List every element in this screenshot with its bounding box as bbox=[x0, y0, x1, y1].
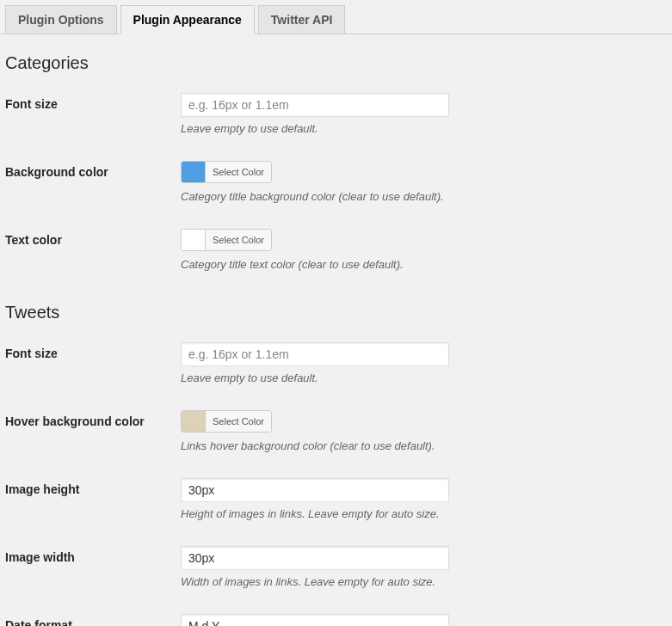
swatch-cat-bg bbox=[182, 162, 206, 182]
tweets-table: Font size Leave empty to use default. Ho… bbox=[0, 329, 672, 626]
label-image-height: Image height bbox=[0, 465, 172, 533]
section-heading-tweets: Tweets bbox=[5, 303, 672, 322]
color-picker-cat-text[interactable]: Select Color bbox=[181, 229, 272, 251]
select-color-button[interactable]: Select Color bbox=[206, 411, 271, 432]
swatch-hover-bg bbox=[182, 411, 206, 432]
input-tweet-font-size[interactable] bbox=[181, 342, 449, 366]
label-tweet-hover-bg: Hover background color bbox=[0, 397, 172, 465]
desc-cat-bg-color: Category title background color (clear t… bbox=[181, 190, 663, 203]
label-image-width: Image width bbox=[0, 533, 172, 601]
label-date-format: Date format bbox=[0, 601, 172, 626]
section-heading-categories: Categories bbox=[5, 53, 672, 73]
label-tweet-font-size: Font size bbox=[0, 329, 172, 397]
desc-cat-font-size: Leave empty to use default. bbox=[181, 122, 663, 135]
input-date-format[interactable] bbox=[181, 614, 449, 626]
tab-plugin-options[interactable]: Plugin Options bbox=[5, 5, 117, 34]
input-cat-font-size[interactable] bbox=[181, 93, 449, 117]
swatch-cat-text bbox=[182, 230, 206, 250]
desc-image-height: Height of images in links. Leave empty f… bbox=[181, 507, 663, 520]
tab-twitter-api[interactable]: Twitter API bbox=[258, 5, 346, 34]
label-cat-bg-color: Background color bbox=[0, 148, 172, 216]
select-color-button[interactable]: Select Color bbox=[206, 162, 271, 182]
color-picker-cat-bg[interactable]: Select Color bbox=[181, 161, 272, 183]
label-cat-font-size: Font size bbox=[0, 80, 172, 148]
tab-plugin-appearance[interactable]: Plugin Appearance bbox=[120, 5, 255, 34]
color-picker-hover-bg[interactable]: Select Color bbox=[181, 410, 272, 433]
desc-tweet-font-size: Leave empty to use default. bbox=[181, 371, 663, 384]
input-image-width[interactable] bbox=[181, 546, 449, 570]
tab-bar: Plugin Options Plugin Appearance Twitter… bbox=[0, 0, 672, 34]
desc-image-width: Width of images in links. Leave empty fo… bbox=[181, 575, 663, 588]
desc-cat-text-color: Category title text color (clear to use … bbox=[181, 258, 663, 271]
input-image-height[interactable] bbox=[181, 478, 449, 502]
categories-table: Font size Leave empty to use default. Ba… bbox=[0, 80, 672, 284]
select-color-button[interactable]: Select Color bbox=[206, 230, 271, 250]
desc-tweet-hover-bg: Links hover background color (clear to u… bbox=[181, 439, 663, 452]
label-cat-text-color: Text color bbox=[0, 216, 172, 284]
